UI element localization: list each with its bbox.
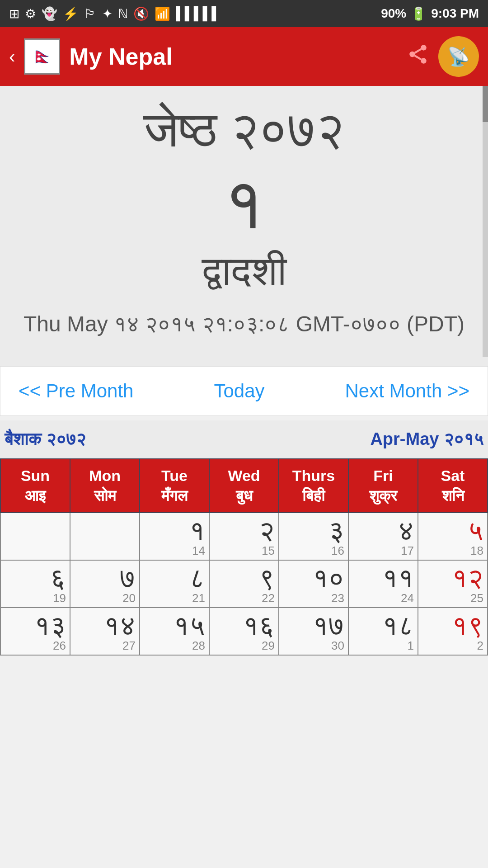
calendar-cell[interactable]: ८21 [140, 560, 209, 608]
scrollbar[interactable] [483, 86, 488, 357]
weekday-en: Tue [161, 467, 188, 484]
cell-english-date: 1 [352, 639, 414, 653]
nepali-day: १ [18, 164, 470, 243]
battery-percent: 90% [381, 6, 406, 21]
weekday-en: Mon [89, 467, 121, 484]
cell-nepali-date: ८ [144, 563, 205, 593]
calendar-cell[interactable]: १७30 [279, 608, 348, 655]
cell-nepali-date: १० [283, 563, 344, 593]
calendar-label-row: बैशाक २०७२ Apr-May २०१५ [0, 420, 488, 458]
weekday-header-mon: Monसोम [70, 459, 140, 512]
bluetooth-icon: ✦ [102, 6, 113, 21]
app-bar: ‹ 🇳🇵 My Nepal 📡 [0, 27, 488, 86]
calendar-cell[interactable]: ११24 [348, 560, 418, 608]
weekday-np: बिही [302, 487, 325, 504]
calendar-cell[interactable]: ५18 [418, 513, 488, 560]
weekday-en: Fri [373, 467, 393, 484]
calendar-cell[interactable]: १14 [140, 513, 209, 560]
cell-english-date: 24 [352, 591, 414, 605]
scrollbar-thumb[interactable] [483, 86, 488, 122]
english-month-label: Apr-May २०१५ [370, 429, 483, 449]
weekday-np: सोम [94, 487, 116, 504]
cell-english-date: 15 [213, 544, 275, 558]
calendar-cell[interactable]: १५28 [140, 608, 209, 655]
english-date: Thu May १४ २०१५ २१:०३:०८ GMT-०७०० (PDT) [18, 309, 470, 339]
cell-english-date: 22 [213, 591, 275, 605]
cell-nepali-date: ७ [74, 563, 136, 593]
cell-nepali-date: २ [213, 516, 275, 546]
calendar-cell[interactable]: १२25 [418, 560, 488, 608]
today-button[interactable]: Today [214, 380, 264, 402]
weekday-en: Wed [228, 467, 260, 484]
weekday-en: Thurs [292, 467, 335, 484]
weekday-header-fri: Friशुक्र [348, 459, 418, 512]
weekday-np: शनि [442, 487, 464, 504]
weekday-header-thurs: Thursबिही [279, 459, 348, 512]
calendar-row: १14२15३16४17५18 [0, 513, 488, 560]
share-button[interactable] [407, 43, 429, 70]
app-title: My Nepal [69, 43, 398, 70]
cell-nepali-date: १६ [213, 611, 275, 641]
status-icons: ⊞ ⚙ 👻 ⚡ 🏳 ✦ ℕ 🔇 📶 ▌▌▌▌▌ [9, 6, 221, 21]
cell-nepali-date: ४ [352, 516, 414, 546]
mute-icon: 🔇 [133, 6, 149, 21]
cell-english-date: 17 [352, 544, 414, 558]
svg-point-0 [421, 45, 427, 51]
prev-month-button[interactable]: << Pre Month [19, 380, 133, 402]
back-button[interactable]: ‹ [9, 47, 15, 67]
next-month-button[interactable]: Next Month >> [345, 380, 469, 402]
settings-icon: ⚙ [25, 6, 36, 21]
calendar-cell[interactable]: ४17 [348, 513, 418, 560]
calendar-cell[interactable]: १३26 [0, 608, 70, 655]
calendar-section: बैशाक २०७२ Apr-May २०१५ SunआइMonसोमTueमँ… [0, 420, 488, 655]
weekday-header-sat: Satशनि [418, 459, 488, 512]
cell-nepali-date: ५ [422, 516, 483, 546]
calendar-cell[interactable]: १९2 [418, 608, 488, 655]
calendar-cell[interactable] [0, 513, 70, 560]
radio-icon-button[interactable]: 📡 [438, 36, 479, 77]
weekday-en: Sat [441, 467, 465, 484]
cell-nepali-date: ९ [213, 563, 275, 593]
calendar-cell[interactable]: ९22 [209, 560, 279, 608]
calendar-cell[interactable]: १०23 [279, 560, 348, 608]
nepali-tithi: द्वादशी [18, 248, 470, 295]
calendar-cell[interactable]: १८1 [348, 608, 418, 655]
svg-line-3 [415, 56, 421, 59]
cell-english-date: 2 [422, 639, 483, 653]
cell-english-date: 28 [144, 639, 205, 653]
calendar-table: SunआइMonसोमTueमँगलWedबुधThursबिहीFriशुक्… [0, 458, 488, 655]
flag-icon: 🏳 [84, 6, 97, 21]
cell-nepali-date: १३ [5, 611, 66, 641]
nepali-month-year: जेष्ठ २०७२ [18, 99, 470, 159]
weekday-np: बुध [236, 487, 253, 504]
radio-icon: 📡 [447, 46, 470, 67]
nfc-icon: ℕ [118, 6, 128, 21]
cell-english-date: 14 [144, 544, 205, 558]
wifi-icon: 📶 [155, 6, 170, 21]
weekday-header-sun: Sunआइ [0, 459, 70, 512]
calendar-cell[interactable]: ६19 [0, 560, 70, 608]
calendar-header-row: SunआइMonसोमTueमँगलWedबुधThursबिहीFriशुक्… [0, 459, 488, 512]
svg-point-1 [409, 52, 415, 57]
calendar-cell[interactable]: ७20 [70, 560, 140, 608]
cell-nepali-date: १८ [352, 611, 414, 641]
calendar-cell[interactable]: २15 [209, 513, 279, 560]
calendar-cell[interactable]: १४27 [70, 608, 140, 655]
cell-english-date: 21 [144, 591, 205, 605]
cell-english-date: 23 [283, 591, 344, 605]
calendar-cell[interactable] [70, 513, 140, 560]
weekday-np: आइ [25, 487, 46, 504]
cell-english-date: 30 [283, 639, 344, 653]
usb-icon: ⚡ [63, 6, 79, 21]
cell-english-date: 20 [74, 591, 136, 605]
navigation-bar: << Pre Month Today Next Month >> [0, 366, 488, 416]
cell-nepali-date: १५ [144, 611, 205, 641]
time: 9:03 PM [431, 6, 479, 21]
battery-icon: 🔋 [411, 6, 427, 21]
cell-english-date: 19 [5, 591, 66, 605]
cell-nepali-date: ३ [283, 516, 344, 546]
weekday-en: Sun [21, 467, 50, 484]
app-logo: 🇳🇵 [24, 38, 60, 75]
calendar-cell[interactable]: १६29 [209, 608, 279, 655]
calendar-cell[interactable]: ३16 [279, 513, 348, 560]
